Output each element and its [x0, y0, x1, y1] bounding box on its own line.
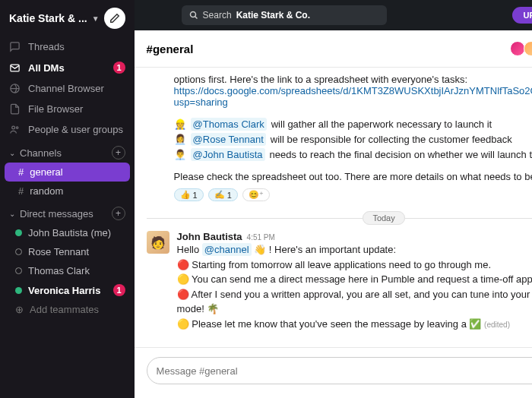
- add-dm-button[interactable]: +: [112, 207, 125, 220]
- channel-header: #general +1: [135, 30, 532, 68]
- message-link[interactable]: https://docs.google.com/spreadsheets/d/1…: [174, 85, 532, 108]
- message-text: Please check the spreadsheet out too. Th…: [174, 171, 532, 182]
- dm-label: Rose Tennant: [28, 246, 89, 257]
- add-channel-button[interactable]: +: [112, 146, 125, 160]
- add-teammates[interactable]: ⊕ Add teammates: [0, 300, 135, 319]
- presence-online-icon: [15, 229, 22, 236]
- mention[interactable]: @Thomas Clark: [191, 118, 267, 131]
- channel-general[interactable]: # general: [5, 163, 130, 182]
- nav-label: Channel Browser: [28, 83, 104, 94]
- topbar: Search Katie Stark & Co. UPGRADE: [135, 0, 532, 30]
- edited-label: (edited): [484, 321, 510, 329]
- chevron-down-icon: ▼: [92, 14, 100, 23]
- nav-file-browser[interactable]: File Browser: [0, 99, 135, 119]
- section-label: Direct messages: [20, 208, 93, 220]
- search-label: Search: [203, 10, 232, 21]
- channel-title: #general: [147, 43, 194, 55]
- message-list: options first. Here's the link to a spre…: [135, 68, 532, 347]
- svg-point-2: [12, 126, 15, 129]
- mention[interactable]: @John Bautista: [191, 148, 265, 161]
- browser-icon: [9, 83, 21, 94]
- message-author[interactable]: John Bautista: [177, 231, 242, 242]
- message: options first. Here's the link to a spre…: [174, 74, 532, 201]
- hash-icon: #: [18, 185, 24, 197]
- dm-rose[interactable]: Rose Tennant: [0, 242, 135, 261]
- dm-john[interactable]: John Bautista (me): [0, 223, 135, 242]
- composer-box[interactable]: [147, 357, 532, 384]
- presence-away-icon: [15, 248, 22, 255]
- message-text: options first. Here's the link to a spre…: [174, 74, 532, 85]
- main: Search Katie Stark & Co. UPGRADE #genera…: [135, 0, 532, 398]
- plus-icon: ⊕: [15, 304, 24, 315]
- nav-channel-browser[interactable]: Channel Browser: [0, 78, 135, 99]
- dm-label: Thomas Clark: [28, 265, 90, 276]
- nav-people[interactable]: People & user groups: [0, 119, 135, 140]
- task-text: will gather all the paperwork necessary …: [271, 118, 492, 130]
- task-row: 👩‍💼@Rose Tennant will be responsible for…: [174, 133, 532, 146]
- workspace-name: Katie Stark & ...: [9, 12, 87, 24]
- divider-label: Today: [363, 211, 404, 225]
- channel-random[interactable]: # random: [0, 182, 135, 201]
- threads-icon: [9, 41, 21, 52]
- channel-label: random: [30, 185, 63, 197]
- message-body: Hello @channel 👋 ! Here's an important u…: [177, 242, 532, 331]
- pencil-icon: [109, 13, 120, 24]
- svg-point-4: [190, 12, 195, 17]
- composer: [135, 347, 532, 398]
- search-input[interactable]: Search Katie Stark & Co.: [182, 5, 387, 25]
- file-icon: [9, 103, 21, 115]
- workspace-header[interactable]: Katie Stark & ... ▼: [0, 0, 135, 36]
- message-time: 4:51 PM: [247, 233, 275, 242]
- presence-online-icon: [15, 287, 22, 294]
- unread-badge: 1: [113, 284, 125, 296]
- presence-away-icon: [15, 267, 22, 274]
- nav-all-dms[interactable]: All DMs 1: [0, 57, 135, 78]
- nav-label: People & user groups: [28, 124, 123, 135]
- section-label: Channels: [20, 147, 62, 159]
- task-row: 👷@Thomas Clark will gather all the paper…: [174, 118, 532, 131]
- sidebar: Katie Stark & ... ▼ Threads All DMs 1 Ch…: [0, 0, 135, 398]
- message: 🧑 John Bautista 4:51 PM Hello @channel 👋…: [147, 231, 532, 331]
- reactions: 👍 1 ✍️ 1 😊⁺: [174, 188, 532, 201]
- member-avatar: [510, 41, 525, 56]
- mention[interactable]: @Rose Tennant: [191, 133, 266, 146]
- task-text: needs to reach the final decision on whe…: [270, 149, 532, 160]
- reaction[interactable]: ✍️ 1: [208, 188, 238, 201]
- chevron-down-icon: ⌄: [9, 149, 15, 157]
- message-avatar[interactable]: 🧑: [147, 231, 169, 254]
- channels-section-header[interactable]: ⌄ Channels +: [0, 140, 135, 163]
- emoji-icon: 👷: [174, 118, 186, 130]
- search-workspace: Katie Stark & Co.: [236, 10, 310, 21]
- search-icon: [189, 11, 198, 20]
- nav-label: File Browser: [28, 103, 83, 115]
- dms-icon: [9, 62, 21, 74]
- reaction[interactable]: 👍 1: [174, 188, 204, 201]
- date-divider: Today: [147, 212, 532, 223]
- dm-label: Veronica Harris: [28, 285, 100, 296]
- nav-threads[interactable]: Threads: [0, 36, 135, 57]
- dm-thomas[interactable]: Thomas Clark: [0, 261, 135, 280]
- member-list[interactable]: +1: [513, 41, 532, 56]
- dms-section-header[interactable]: ⌄ Direct messages +: [0, 201, 135, 223]
- unread-badge: 1: [113, 62, 125, 74]
- dm-label: John Bautista (me): [28, 227, 111, 238]
- mention[interactable]: @channel: [202, 243, 252, 256]
- people-icon: [9, 124, 21, 135]
- channel-label: general: [30, 166, 62, 178]
- chevron-down-icon: ⌄: [9, 210, 15, 218]
- add-reaction[interactable]: 😊⁺: [242, 188, 270, 201]
- emoji-icon: 👨‍💼: [174, 149, 186, 160]
- dm-veronica[interactable]: Veronica Harris 1: [0, 280, 135, 300]
- hash-icon: #: [18, 166, 24, 178]
- add-teammates-label: Add teammates: [30, 304, 99, 315]
- nav-label: Threads: [28, 41, 65, 52]
- nav-label: All DMs: [28, 62, 65, 74]
- svg-point-3: [16, 127, 18, 129]
- message-input[interactable]: [157, 365, 532, 377]
- task-row: 👨‍💼@John Bautista needs to reach the fin…: [174, 148, 532, 161]
- member-avatar: [524, 41, 532, 56]
- compose-button[interactable]: [104, 8, 125, 29]
- emoji-icon: 👩‍💼: [174, 134, 186, 145]
- upgrade-button[interactable]: UPGRADE: [512, 7, 532, 24]
- task-text: will be responsible for collecting the c…: [271, 134, 512, 145]
